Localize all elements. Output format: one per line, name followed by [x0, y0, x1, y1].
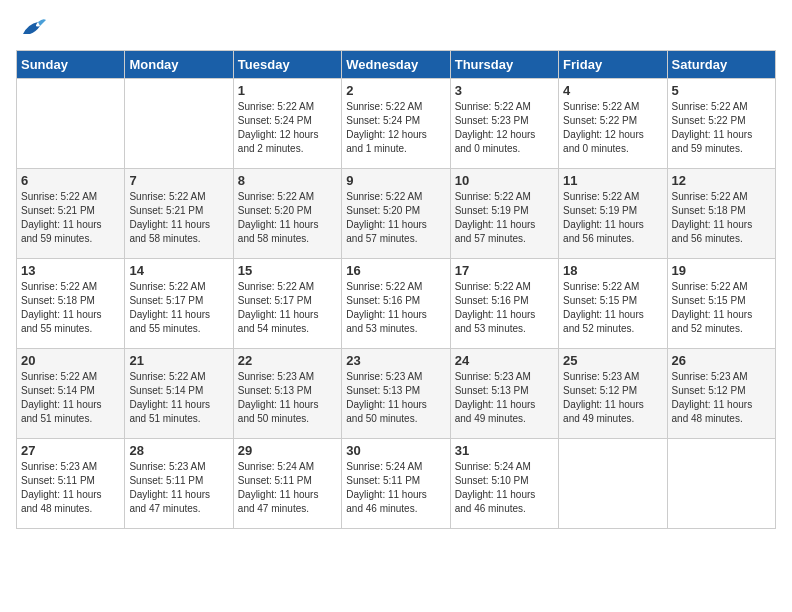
calendar-day-cell	[125, 79, 233, 169]
day-info: Sunrise: 5:22 AM Sunset: 5:14 PM Dayligh…	[129, 370, 228, 426]
day-number: 24	[455, 353, 554, 368]
day-info: Sunrise: 5:22 AM Sunset: 5:21 PM Dayligh…	[129, 190, 228, 246]
calendar-week-row: 6Sunrise: 5:22 AM Sunset: 5:21 PM Daylig…	[17, 169, 776, 259]
day-info: Sunrise: 5:22 AM Sunset: 5:22 PM Dayligh…	[672, 100, 771, 156]
day-info: Sunrise: 5:24 AM Sunset: 5:10 PM Dayligh…	[455, 460, 554, 516]
day-info: Sunrise: 5:23 AM Sunset: 5:12 PM Dayligh…	[672, 370, 771, 426]
day-info: Sunrise: 5:24 AM Sunset: 5:11 PM Dayligh…	[346, 460, 445, 516]
day-number: 6	[21, 173, 120, 188]
weekday-header-thursday: Thursday	[450, 51, 558, 79]
calendar-day-cell: 30Sunrise: 5:24 AM Sunset: 5:11 PM Dayli…	[342, 439, 450, 529]
weekday-header-tuesday: Tuesday	[233, 51, 341, 79]
day-number: 30	[346, 443, 445, 458]
calendar-day-cell: 23Sunrise: 5:23 AM Sunset: 5:13 PM Dayli…	[342, 349, 450, 439]
day-number: 12	[672, 173, 771, 188]
calendar-day-cell	[559, 439, 667, 529]
day-number: 13	[21, 263, 120, 278]
day-number: 31	[455, 443, 554, 458]
logo-bird-icon	[18, 16, 48, 40]
day-number: 22	[238, 353, 337, 368]
day-info: Sunrise: 5:22 AM Sunset: 5:21 PM Dayligh…	[21, 190, 120, 246]
calendar-day-cell: 10Sunrise: 5:22 AM Sunset: 5:19 PM Dayli…	[450, 169, 558, 259]
day-number: 4	[563, 83, 662, 98]
calendar-day-cell: 28Sunrise: 5:23 AM Sunset: 5:11 PM Dayli…	[125, 439, 233, 529]
day-info: Sunrise: 5:22 AM Sunset: 5:16 PM Dayligh…	[455, 280, 554, 336]
calendar-day-cell: 25Sunrise: 5:23 AM Sunset: 5:12 PM Dayli…	[559, 349, 667, 439]
day-number: 2	[346, 83, 445, 98]
calendar-day-cell: 13Sunrise: 5:22 AM Sunset: 5:18 PM Dayli…	[17, 259, 125, 349]
page-header	[16, 16, 776, 40]
day-number: 27	[21, 443, 120, 458]
day-info: Sunrise: 5:22 AM Sunset: 5:15 PM Dayligh…	[563, 280, 662, 336]
calendar-header-row: SundayMondayTuesdayWednesdayThursdayFrid…	[17, 51, 776, 79]
calendar-day-cell: 9Sunrise: 5:22 AM Sunset: 5:20 PM Daylig…	[342, 169, 450, 259]
calendar-day-cell: 3Sunrise: 5:22 AM Sunset: 5:23 PM Daylig…	[450, 79, 558, 169]
day-info: Sunrise: 5:22 AM Sunset: 5:23 PM Dayligh…	[455, 100, 554, 156]
day-info: Sunrise: 5:23 AM Sunset: 5:11 PM Dayligh…	[21, 460, 120, 516]
calendar-day-cell: 14Sunrise: 5:22 AM Sunset: 5:17 PM Dayli…	[125, 259, 233, 349]
day-number: 1	[238, 83, 337, 98]
weekday-header-monday: Monday	[125, 51, 233, 79]
calendar-day-cell: 24Sunrise: 5:23 AM Sunset: 5:13 PM Dayli…	[450, 349, 558, 439]
day-info: Sunrise: 5:22 AM Sunset: 5:24 PM Dayligh…	[346, 100, 445, 156]
calendar-day-cell: 11Sunrise: 5:22 AM Sunset: 5:19 PM Dayli…	[559, 169, 667, 259]
day-number: 18	[563, 263, 662, 278]
day-number: 20	[21, 353, 120, 368]
day-number: 26	[672, 353, 771, 368]
calendar-day-cell: 17Sunrise: 5:22 AM Sunset: 5:16 PM Dayli…	[450, 259, 558, 349]
calendar-day-cell: 22Sunrise: 5:23 AM Sunset: 5:13 PM Dayli…	[233, 349, 341, 439]
day-number: 3	[455, 83, 554, 98]
day-info: Sunrise: 5:22 AM Sunset: 5:24 PM Dayligh…	[238, 100, 337, 156]
calendar-day-cell: 18Sunrise: 5:22 AM Sunset: 5:15 PM Dayli…	[559, 259, 667, 349]
day-number: 7	[129, 173, 228, 188]
logo	[16, 16, 48, 40]
calendar-day-cell: 15Sunrise: 5:22 AM Sunset: 5:17 PM Dayli…	[233, 259, 341, 349]
day-info: Sunrise: 5:22 AM Sunset: 5:22 PM Dayligh…	[563, 100, 662, 156]
calendar-day-cell: 4Sunrise: 5:22 AM Sunset: 5:22 PM Daylig…	[559, 79, 667, 169]
calendar-table: SundayMondayTuesdayWednesdayThursdayFrid…	[16, 50, 776, 529]
day-info: Sunrise: 5:22 AM Sunset: 5:19 PM Dayligh…	[455, 190, 554, 246]
day-info: Sunrise: 5:23 AM Sunset: 5:11 PM Dayligh…	[129, 460, 228, 516]
weekday-header-saturday: Saturday	[667, 51, 775, 79]
calendar-week-row: 20Sunrise: 5:22 AM Sunset: 5:14 PM Dayli…	[17, 349, 776, 439]
calendar-day-cell: 19Sunrise: 5:22 AM Sunset: 5:15 PM Dayli…	[667, 259, 775, 349]
day-number: 11	[563, 173, 662, 188]
calendar-week-row: 27Sunrise: 5:23 AM Sunset: 5:11 PM Dayli…	[17, 439, 776, 529]
day-info: Sunrise: 5:22 AM Sunset: 5:18 PM Dayligh…	[672, 190, 771, 246]
day-info: Sunrise: 5:23 AM Sunset: 5:13 PM Dayligh…	[346, 370, 445, 426]
calendar-day-cell	[667, 439, 775, 529]
day-number: 21	[129, 353, 228, 368]
day-number: 23	[346, 353, 445, 368]
calendar-day-cell: 6Sunrise: 5:22 AM Sunset: 5:21 PM Daylig…	[17, 169, 125, 259]
calendar-day-cell	[17, 79, 125, 169]
day-info: Sunrise: 5:22 AM Sunset: 5:14 PM Dayligh…	[21, 370, 120, 426]
calendar-day-cell: 26Sunrise: 5:23 AM Sunset: 5:12 PM Dayli…	[667, 349, 775, 439]
day-info: Sunrise: 5:22 AM Sunset: 5:17 PM Dayligh…	[238, 280, 337, 336]
calendar-day-cell: 12Sunrise: 5:22 AM Sunset: 5:18 PM Dayli…	[667, 169, 775, 259]
day-info: Sunrise: 5:22 AM Sunset: 5:18 PM Dayligh…	[21, 280, 120, 336]
day-number: 29	[238, 443, 337, 458]
day-number: 14	[129, 263, 228, 278]
day-info: Sunrise: 5:23 AM Sunset: 5:12 PM Dayligh…	[563, 370, 662, 426]
calendar-week-row: 13Sunrise: 5:22 AM Sunset: 5:18 PM Dayli…	[17, 259, 776, 349]
day-number: 25	[563, 353, 662, 368]
day-number: 5	[672, 83, 771, 98]
day-info: Sunrise: 5:22 AM Sunset: 5:15 PM Dayligh…	[672, 280, 771, 336]
day-number: 19	[672, 263, 771, 278]
day-number: 17	[455, 263, 554, 278]
day-info: Sunrise: 5:24 AM Sunset: 5:11 PM Dayligh…	[238, 460, 337, 516]
day-info: Sunrise: 5:22 AM Sunset: 5:17 PM Dayligh…	[129, 280, 228, 336]
calendar-day-cell: 20Sunrise: 5:22 AM Sunset: 5:14 PM Dayli…	[17, 349, 125, 439]
calendar-day-cell: 7Sunrise: 5:22 AM Sunset: 5:21 PM Daylig…	[125, 169, 233, 259]
day-number: 16	[346, 263, 445, 278]
calendar-day-cell: 29Sunrise: 5:24 AM Sunset: 5:11 PM Dayli…	[233, 439, 341, 529]
day-info: Sunrise: 5:22 AM Sunset: 5:20 PM Dayligh…	[238, 190, 337, 246]
calendar-day-cell: 5Sunrise: 5:22 AM Sunset: 5:22 PM Daylig…	[667, 79, 775, 169]
day-info: Sunrise: 5:23 AM Sunset: 5:13 PM Dayligh…	[238, 370, 337, 426]
weekday-header-friday: Friday	[559, 51, 667, 79]
calendar-day-cell: 8Sunrise: 5:22 AM Sunset: 5:20 PM Daylig…	[233, 169, 341, 259]
day-number: 28	[129, 443, 228, 458]
calendar-day-cell: 31Sunrise: 5:24 AM Sunset: 5:10 PM Dayli…	[450, 439, 558, 529]
calendar-day-cell: 16Sunrise: 5:22 AM Sunset: 5:16 PM Dayli…	[342, 259, 450, 349]
day-number: 15	[238, 263, 337, 278]
